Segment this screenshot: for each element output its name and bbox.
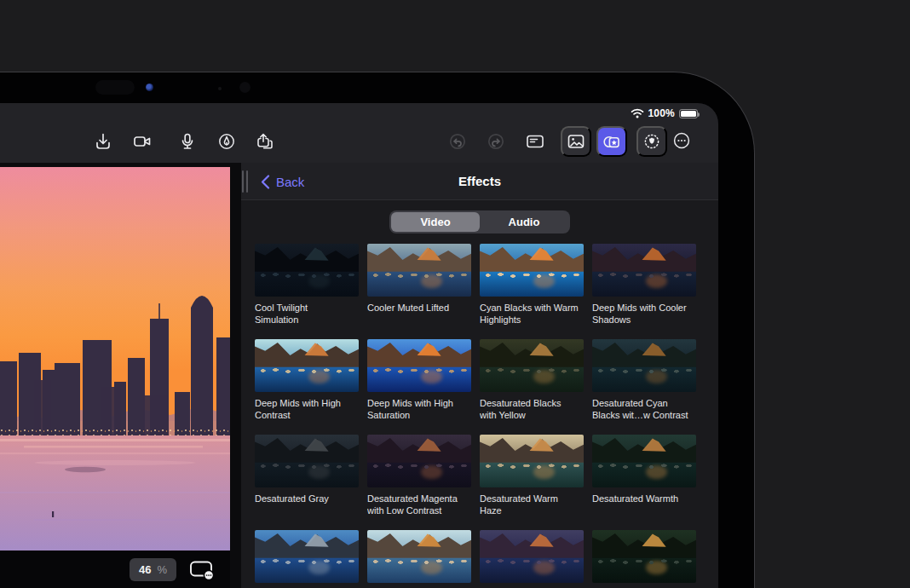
voice-isolation-icon (642, 132, 661, 151)
effect-label: Desaturated Blacks with Yellow (480, 398, 579, 421)
effect-label: Deep Mids with Cooler Shadows (592, 303, 691, 326)
tab-video[interactable]: Video (391, 212, 480, 232)
effect-item[interactable] (480, 530, 584, 588)
effect-thumbnail[interactable] (367, 244, 471, 297)
effect-thumbnail[interactable] (592, 339, 696, 392)
back-button[interactable]: Back (261, 163, 304, 200)
share-icon[interactable] (256, 132, 274, 151)
effects-panel-header: Back Effects (241, 163, 718, 200)
panel-title: Effects (241, 163, 718, 200)
app-screen: 100% (0, 103, 718, 588)
effect-thumbnail[interactable] (367, 339, 471, 392)
zoom-unit: % (157, 563, 167, 576)
effect-thumbnail[interactable] (480, 435, 584, 487)
media-browser-button[interactable] (561, 126, 591, 157)
titles-icon[interactable] (526, 132, 544, 151)
effect-thumbnail[interactable] (255, 339, 359, 392)
viewer-bottom-bar: 46 % (0, 551, 230, 588)
effect-item[interactable]: Cyan Blacks with Warm Highlights (480, 244, 584, 339)
more-icon[interactable] (672, 131, 691, 150)
effect-item[interactable]: Deep Mids with High Contrast (255, 339, 359, 435)
panel-drag-handle[interactable] (242, 170, 248, 193)
effects-grid: Cool Twilight Simulation Cooler Muted Li… (255, 244, 696, 588)
effect-label: Deep Mids with High Saturation (367, 398, 466, 421)
record-icon[interactable] (133, 132, 152, 151)
video-audio-segmented-control: Video Audio (389, 210, 570, 233)
effect-thumbnail[interactable] (255, 435, 359, 487)
front-camera-pill (95, 80, 135, 95)
battery-percent: 100% (648, 107, 676, 119)
effect-item[interactable] (255, 530, 359, 588)
effect-item[interactable]: Desaturated Warm Haze (480, 435, 584, 530)
ipad-device-bezel: 100% (0, 72, 755, 588)
zoom-value: 46 (139, 563, 151, 576)
microphone-icon[interactable] (178, 132, 197, 151)
undo-icon[interactable] (448, 132, 467, 151)
redo-icon[interactable] (487, 132, 505, 151)
viewer-preview[interactable] (0, 167, 230, 551)
effect-label: Deep Mids with High Contrast (255, 398, 354, 421)
effect-thumbnail[interactable] (480, 339, 584, 392)
effects-panel: Back Effects Video Audio Cool Twilight S… (241, 163, 718, 588)
effect-label: Cool Twilight Simulation (255, 303, 354, 326)
effect-item[interactable]: Deep Mids with Cooler Shadows (592, 244, 696, 339)
effect-item[interactable]: Desaturated Cyan Blacks wit…w Contrast (592, 339, 696, 435)
voice-isolation-button[interactable] (636, 126, 667, 157)
wifi-icon (631, 108, 644, 118)
zoom-level-control[interactable]: 46 % (130, 558, 176, 581)
sunset-city-image (0, 167, 230, 551)
effects-browser-icon (602, 132, 621, 151)
tab-audio[interactable]: Audio (480, 212, 568, 232)
effect-thumbnail[interactable] (480, 244, 584, 297)
effect-thumbnail[interactable] (480, 530, 584, 583)
effect-item[interactable]: Desaturated Gray (255, 435, 359, 530)
effect-label: Cyan Blacks with Warm Highlights (480, 303, 579, 326)
effect-label: Desaturated Warm Haze (480, 493, 579, 516)
effect-thumbnail[interactable] (592, 530, 696, 583)
effect-thumbnail[interactable] (255, 530, 359, 583)
effect-label: Desaturated Cyan Blacks wit…w Contrast (592, 398, 691, 421)
viewer-options-icon[interactable] (189, 559, 216, 581)
effect-item[interactable]: Desaturated Warmth (592, 435, 696, 530)
media-browser-icon (567, 132, 585, 151)
pencil-tools-icon[interactable] (217, 132, 236, 151)
battery-icon (679, 109, 698, 118)
effect-item[interactable] (367, 530, 471, 588)
effect-item[interactable]: Desaturated Magenta with Low Contrast (367, 435, 471, 530)
effect-item[interactable]: Cooler Muted Lifted (367, 244, 471, 339)
status-bar: 100% (631, 107, 699, 119)
bezel-sensor (239, 82, 251, 93)
effect-thumbnail[interactable] (255, 244, 359, 297)
page: 100% (0, 0, 910, 588)
effect-item[interactable]: Deep Mids with High Saturation (367, 339, 471, 435)
effect-label: Desaturated Magenta with Low Contrast (367, 493, 466, 516)
effect-thumbnail[interactable] (592, 244, 696, 297)
effects-browser-button[interactable] (596, 126, 627, 157)
front-camera-lens (146, 84, 153, 91)
effect-thumbnail[interactable] (367, 530, 471, 583)
effect-label: Desaturated Warmth (592, 493, 691, 505)
effect-label: Desaturated Gray (255, 493, 354, 505)
import-icon[interactable] (94, 132, 112, 151)
back-label: Back (276, 175, 304, 189)
effect-item[interactable]: Cool Twilight Simulation (255, 244, 359, 339)
effect-item[interactable]: Desaturated Blacks with Yellow (480, 339, 584, 435)
effect-item[interactable] (592, 530, 696, 588)
effect-thumbnail[interactable] (592, 435, 696, 487)
top-toolbar: 100% (0, 103, 718, 163)
effect-label: Cooler Muted Lifted (367, 303, 466, 314)
effect-thumbnail[interactable] (367, 435, 471, 487)
chevron-left-icon (261, 175, 270, 189)
bezel-sensor-dot (218, 87, 222, 90)
